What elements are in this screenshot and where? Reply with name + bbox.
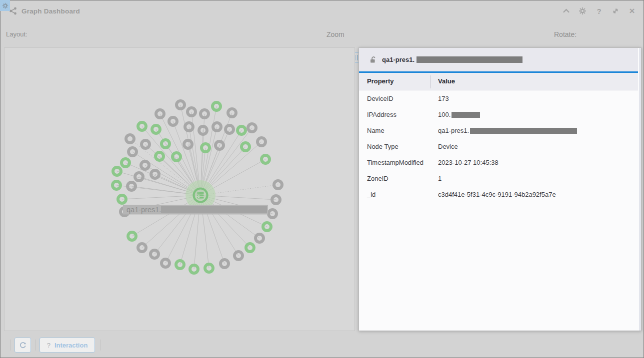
rotate-label: Rotate: [554, 30, 576, 38]
node-details-panel: qa1-pres1. Property Value DeviceID173IPA… [358, 47, 642, 331]
property-name: ZoneID [367, 175, 388, 182]
table-header: Property Value [359, 73, 641, 90]
property-value: 100. [438, 111, 480, 118]
property-name: _id [367, 191, 376, 198]
question-icon: ? [47, 342, 50, 349]
redacted-value [470, 128, 577, 134]
graph-canvas[interactable]: qa1-pres1. [4, 47, 355, 331]
property-name: Name [367, 127, 384, 134]
property-value: 1 [438, 175, 442, 182]
property-value: 2023-10-27 10:45:38 [438, 159, 498, 166]
node-link-graph: qa1-pres1. [4, 48, 354, 331]
property-row[interactable]: ZoneID1 [359, 171, 641, 187]
refresh-button[interactable] [14, 338, 31, 353]
settings-gear-icon[interactable] [578, 6, 588, 16]
collapse-chevron-up-icon[interactable] [561, 6, 571, 16]
property-value: 173 [438, 95, 449, 102]
property-row[interactable]: Nameqa1-pres1. [359, 123, 641, 139]
node-label-redaction [161, 206, 267, 213]
property-row[interactable]: _idc3d4f41e-5f31-4c9c-9191-94b2a92f5a7e [359, 187, 641, 203]
zoom-label: Zoom [326, 30, 344, 38]
share-icon [9, 7, 17, 15]
property-row[interactable]: TimestampModified2023-10-27 10:45:38 [359, 155, 641, 171]
page-title: Graph Dashboard [22, 7, 80, 15]
unlock-icon[interactable] [369, 55, 378, 64]
title-bar: Graph Dashboard ? × [0, 0, 644, 24]
details-title-redaction [416, 56, 522, 63]
bottom-separator [100, 340, 100, 351]
bottom-bar: ? Interaction [0, 332, 644, 358]
property-column-header: Property [367, 77, 394, 85]
column-divider [430, 75, 431, 88]
property-name: Node Type [367, 143, 398, 150]
redacted-value [452, 112, 480, 118]
graph-toolbar: Layout: Force ▾ i Locate Zoom ☝ Drag Ful… [0, 24, 644, 45]
details-header: qa1-pres1. [359, 48, 641, 71]
property-value: qa1-pres1. [438, 127, 577, 134]
panel-scrollbar[interactable] [638, 48, 641, 331]
details-title: qa1-pres1. [382, 56, 414, 63]
close-icon[interactable]: × [627, 6, 637, 16]
corner-settings-badge[interactable] [0, 0, 10, 11]
layout-label: Layout: [6, 30, 28, 38]
property-name: DeviceID [367, 95, 394, 102]
bottom-separator [10, 340, 10, 351]
property-table-body: DeviceID173IPAddress100.Nameqa1-pres1.No… [359, 91, 641, 203]
value-column-header: Value [438, 77, 455, 85]
refresh-icon [19, 342, 26, 349]
interaction-button[interactable]: ? Interaction [40, 338, 95, 353]
node-label-text: qa1-pres1. [126, 206, 161, 214]
help-icon[interactable]: ? [594, 6, 604, 16]
property-row[interactable]: DeviceID173 [359, 91, 641, 107]
expand-icon[interactable] [610, 6, 620, 16]
property-name: IPAddress [367, 111, 396, 118]
interaction-label: Interaction [54, 342, 88, 349]
property-name: TimestampModified [367, 159, 424, 166]
bottom-separator [35, 340, 36, 351]
property-value: c3d4f41e-5f31-4c9c-9191-94b2a92f5a7e [438, 191, 556, 198]
gear-icon [2, 2, 8, 9]
property-row[interactable]: Node TypeDevice [359, 139, 641, 155]
property-value: Device [438, 143, 458, 150]
property-row[interactable]: IPAddress100. [359, 107, 641, 123]
